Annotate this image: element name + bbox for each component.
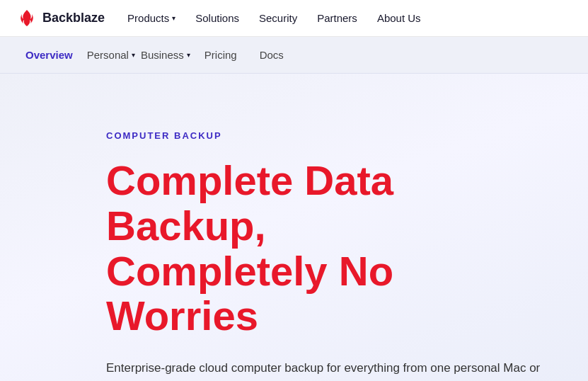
nav-link-security[interactable]: Security <box>259 12 297 24</box>
sub-nav-link-personal[interactable]: Personal ▾ <box>87 32 135 77</box>
nav-item-security: Security <box>259 12 297 25</box>
sub-nav-label-personal: Personal <box>87 49 129 61</box>
sub-nav-list: Overview Personal ▾ Business ▾ Pricing <box>17 36 292 74</box>
nav-label-security: Security <box>259 12 297 24</box>
section-label: COMPUTER BACKUP <box>106 130 554 141</box>
top-navigation: Backblaze Products ▾ Solutions Security … <box>0 0 588 37</box>
sub-nav-label-pricing: Pricing <box>204 49 237 61</box>
nav-link-solutions[interactable]: Solutions <box>195 12 239 24</box>
nav-item-products: Products ▾ <box>127 12 175 24</box>
top-nav-list: Products ▾ Solutions Security Partners A… <box>127 12 421 25</box>
sub-nav-label-overview: Overview <box>25 49 73 61</box>
logo-link[interactable]: Backblaze <box>17 8 105 28</box>
nav-label-products: Products <box>127 12 169 24</box>
nav-item-partners: Partners <box>317 12 357 25</box>
sub-nav-label-business: Business <box>141 49 184 61</box>
sub-nav-item-pricing: Pricing <box>196 49 246 62</box>
nav-label-solutions: Solutions <box>195 12 239 24</box>
sub-nav-link-overview[interactable]: Overview <box>17 45 81 65</box>
hero-title-line1: Complete Data Backup, <box>106 157 393 249</box>
hero-title-line2: Completely No Worries <box>106 248 393 339</box>
sub-nav-link-pricing[interactable]: Pricing <box>196 45 246 65</box>
nav-link-products[interactable]: Products ▾ <box>127 12 175 24</box>
sub-nav-item-personal: Personal ▾ <box>87 36 135 74</box>
nav-label-about: About Us <box>377 12 421 24</box>
sub-nav-item-docs: Docs <box>251 49 292 62</box>
chevron-down-icon: ▾ <box>172 14 175 22</box>
sub-navigation: Overview Personal ▾ Business ▾ Pricing <box>0 37 588 74</box>
hero-section: COMPUTER BACKUP Complete Data Backup, Co… <box>0 74 588 381</box>
backblaze-logo-icon <box>17 8 37 28</box>
nav-link-about[interactable]: About Us <box>377 12 421 24</box>
chevron-down-icon-business: ▾ <box>187 51 190 59</box>
sub-nav-item-business: Business ▾ <box>141 36 190 74</box>
logo-text: Backblaze <box>42 11 105 25</box>
sub-nav-link-docs[interactable]: Docs <box>251 45 292 65</box>
sub-nav-label-docs: Docs <box>260 49 284 61</box>
nav-label-partners: Partners <box>317 12 357 24</box>
sub-nav-label-personal-wrap: Personal ▾ <box>87 49 135 61</box>
nav-link-partners[interactable]: Partners <box>317 12 357 24</box>
nav-item-solutions: Solutions <box>195 12 239 25</box>
chevron-down-icon-personal: ▾ <box>132 51 135 59</box>
sub-nav-label-business-wrap: Business ▾ <box>141 49 190 61</box>
hero-title: Complete Data Backup, Completely No Worr… <box>106 158 554 339</box>
nav-item-about: About Us <box>377 12 421 25</box>
sub-nav-item-overview: Overview <box>17 49 81 62</box>
hero-description: Enterprise-grade cloud computer backup f… <box>106 358 545 381</box>
sub-nav-link-business[interactable]: Business ▾ <box>141 32 190 77</box>
